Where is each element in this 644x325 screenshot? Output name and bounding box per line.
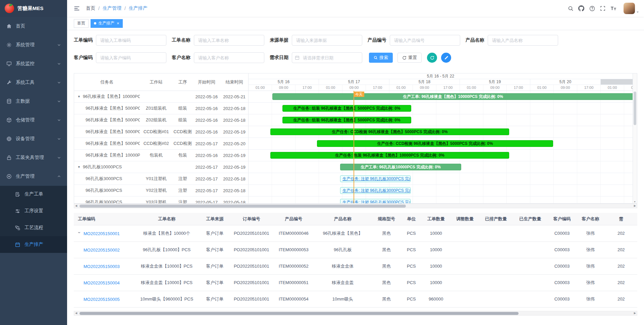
row-expand-icon[interactable]: ›	[77, 232, 82, 235]
order-code-link[interactable]: MO202205150004	[84, 280, 120, 285]
gantt-day-row: 5月 165月 175月 185月 195月 20	[249, 79, 633, 85]
sidebar-item[interactable]: 工装夹具管理	[0, 148, 67, 167]
order-cell-order_no: PO202205101001	[229, 241, 273, 258]
gantt-task-row[interactable]: 96孔孔板3000PCSY01注塑机注塑2022-05-172022-05-18	[74, 173, 248, 185]
fixture-icon	[6, 155, 12, 161]
gantt-bar-order[interactable]: 生产工单: 96孔移液盒【黑色】10000PCS 完成比例: 0%	[272, 93, 633, 100]
gantt-task-row[interactable]: ▼96孔移液盒【黑色】10000PCS2022-05-162022-05-21	[74, 91, 248, 103]
orders-col-header: 调整数量	[450, 213, 479, 225]
filter-input[interactable]	[194, 52, 264, 63]
order-row[interactable]: ›MO202205150004移液盒盒盖【10000】PCS客户订单PO2022…	[74, 274, 637, 291]
sidebar-item[interactable]: 系统工具	[0, 73, 67, 92]
collapse-icon[interactable]: ▼	[77, 165, 80, 169]
gantt-bar-task[interactable]: 生产任务: 组装 96孔移液盒【黑色】5000PCS 完成比例: 0%	[282, 105, 411, 112]
collapse-icon[interactable]: ▼	[77, 95, 80, 98]
gantt-timeline-row: 生产任务: 注塑 96孔孔板3000PCS 完成比例: 0%	[249, 185, 633, 197]
scroll-down-icon[interactable]: ▼	[634, 201, 636, 203]
gantt-bar-task[interactable]: 生产任务: CCD检测 96孔移液盒【黑色】5000PCS 完成比例: 0%	[270, 128, 509, 135]
user-avatar[interactable]	[624, 3, 635, 14]
order-row[interactable]: ›MO20220515000296孔孔板【10000】PCS客户订单PO2022…	[74, 241, 637, 258]
sidebar-subitem[interactable]: 生产工单	[0, 186, 67, 203]
order-row[interactable]: ›MO20220515000510mm吸头【960000】PCS客户订单PO20…	[74, 291, 637, 307]
filter-input[interactable]	[390, 35, 460, 46]
scroll-left-icon[interactable]: ◀	[75, 205, 77, 207]
order-cell-adjust_qty	[450, 258, 479, 274]
gantt-task-row[interactable]: 96孔移液盒【黑色】5000PCSZ02组装机组装2022-05-162022-…	[74, 114, 248, 126]
sidebar-item[interactable]: 生产管理	[0, 167, 67, 186]
order-code-link[interactable]: MO202205150003	[84, 264, 120, 269]
breadcrumb-item[interactable]: 生产管理	[103, 5, 121, 11]
filter-input[interactable]	[488, 35, 558, 46]
order-row[interactable]: ›MO202205150003移液盒盒体【10000】PCS客户订单PO2022…	[74, 258, 637, 274]
gantt-cell-start: 2022-05-16	[193, 153, 220, 158]
order-code-link[interactable]: MO202205150002	[84, 248, 120, 253]
tab-close-icon[interactable]: ×	[117, 21, 119, 25]
gantt-bar-selected[interactable]: 生产任务: 注塑 96孔孔板3000PCS 完成比例: 0%	[340, 199, 411, 203]
gantt-cell-name: ▼96孔移液盒【黑色】10000PCS	[74, 94, 140, 100]
user-menu[interactable]	[624, 3, 639, 14]
sidebar-item[interactable]: 首页	[0, 17, 67, 36]
font-size-icon[interactable]	[608, 3, 619, 14]
gantt-bar-selected[interactable]: 生产任务: 注塑 96孔孔板3000PCS 完成比例: 0%	[340, 175, 411, 182]
scroll-right-icon[interactable]: ▶	[634, 205, 636, 207]
orders-horizontal-scrollbar[interactable]: ◀ ▶	[74, 311, 637, 316]
search-button[interactable]: 搜索	[369, 53, 393, 63]
filter-input[interactable]	[96, 35, 166, 46]
sidebar-subitem[interactable]: 生产排产	[0, 236, 67, 253]
sidebar-item[interactable]: 仓储管理	[0, 111, 67, 129]
order-row[interactable]: ›MO202205150001移液盒【黑色】10000个客户订单PO202205…	[74, 225, 637, 241]
order-code-link[interactable]: MO202205150005	[84, 297, 120, 302]
gantt-task-row[interactable]: 96孔移液盒【黑色】10000PCS包装机包装2022-05-162022-05…	[74, 150, 248, 161]
sidebar-item[interactable]: 主数据	[0, 92, 67, 111]
gantt-bar-order[interactable]: 生产工单: 96孔孔板10000PCS 完成比例: 0%	[340, 164, 461, 170]
refresh-circle-button[interactable]	[427, 53, 437, 63]
hamburger-menu-icon[interactable]	[74, 5, 80, 11]
order-code-link[interactable]: MO202205150001	[84, 231, 120, 236]
gantt-bar-task[interactable]: 生产任务: 组装 96孔移液盒【黑色】5000PCS 完成比例: 0%	[282, 117, 411, 123]
scroll-left-icon[interactable]: ◀	[75, 312, 77, 315]
gantt-horizontal-scrollbar[interactable]: ◀ ▶	[74, 204, 637, 208]
gantt-task-row[interactable]: 96孔移液盒【黑色】5000PCSCCD检测#02CCD检测2022-05-17…	[74, 138, 248, 150]
scrollbar-thumb[interactable]	[634, 92, 636, 125]
filter-input[interactable]	[194, 35, 264, 46]
gantt-task-row[interactable]: 96孔孔板3000PCSY03注塑机注塑2022-05-172022-05-18	[74, 197, 248, 203]
gantt-hour-header: 09:00	[413, 85, 436, 91]
gantt-vertical-scrollbar[interactable]: ▼	[633, 73, 637, 203]
gantt-task-row[interactable]: 96孔孔板3000PCSY02注塑机注塑2022-05-172022-05-18	[74, 185, 248, 197]
github-icon[interactable]	[576, 3, 587, 14]
tab-0[interactable]: 首页	[74, 19, 89, 28]
gantt-task-row[interactable]: ▼96孔孔板10000PCS2022-05-172022-05-19	[74, 161, 248, 173]
gantt-cell-process: 注塑	[172, 199, 193, 203]
fullscreen-icon[interactable]	[597, 3, 608, 14]
breadcrumb-item[interactable]: 首页	[86, 5, 95, 11]
gantt-task-row[interactable]: 96孔移液盒【黑色】5000PCSZ01组装机组装2022-05-162022-…	[74, 103, 248, 114]
gantt-bar-task[interactable]: 生产任务: CCD检测 96孔移液盒【黑色】5000PCS 完成比例: 0%	[317, 140, 553, 147]
scroll-right-icon[interactable]: ▶	[634, 312, 636, 315]
sidebar-subitem[interactable]: 工序设置	[0, 203, 67, 219]
order-cell-item_no: ITEM00000051	[273, 274, 314, 291]
reset-button[interactable]: 重置	[397, 53, 422, 63]
tab-1[interactable]: 生产排产×	[91, 19, 123, 28]
gantt-task-row[interactable]: 96孔移液盒【黑色】5000PCSCCD检测#01CCD检测2022-05-16…	[74, 126, 248, 138]
gantt-cell-process: 注塑	[172, 187, 193, 194]
gantt-bar-selected[interactable]: 生产任务: 注塑 96孔孔板3000PCS 完成比例: 0%	[340, 187, 411, 194]
sidebar-item-label: 设备管理	[16, 136, 55, 142]
sidebar-item[interactable]: 系统管理	[0, 36, 67, 54]
sidebar-subitem[interactable]: 工艺流程	[0, 219, 67, 236]
filter-field: 客户编码	[74, 52, 166, 63]
app-logo[interactable]: 苦糖果MES	[0, 0, 67, 17]
edit-circle-button[interactable]	[441, 53, 451, 63]
filter-input[interactable]	[292, 52, 362, 63]
scrollbar-thumb[interactable]	[79, 205, 406, 208]
order-cell-order_no: PO202205101001	[229, 291, 273, 307]
help-icon[interactable]	[587, 3, 597, 14]
sidebar-item[interactable]: 系统监控	[0, 54, 67, 73]
sidebar-item[interactable]: 设备管理	[0, 129, 67, 148]
filter-input[interactable]	[96, 52, 166, 63]
orders-col-header: 单位	[401, 213, 421, 225]
filter-input[interactable]	[292, 35, 362, 46]
gantt-cell-name: 96孔孔板3000PCS	[74, 187, 140, 194]
gantt-bar-task[interactable]: 生产任务: 包装 96孔移液盒【黑色】10000PCS 完成比例: 0%	[270, 152, 509, 159]
scrollbar-thumb[interactable]	[79, 312, 519, 315]
search-icon[interactable]	[565, 3, 576, 14]
